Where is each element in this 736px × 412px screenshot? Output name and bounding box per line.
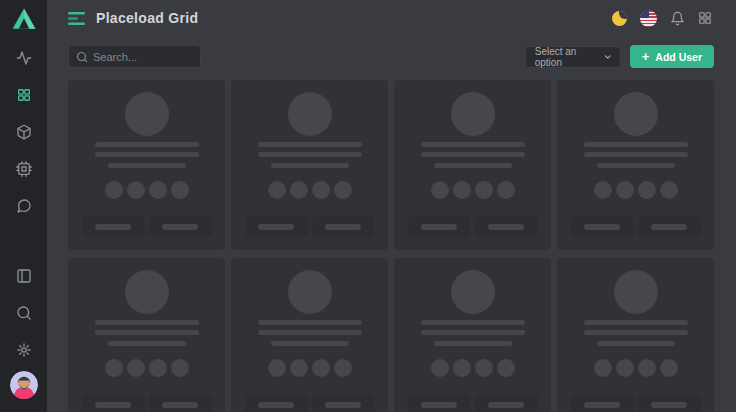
buttons-placeholder-row xyxy=(571,394,701,412)
button-line-placeholder xyxy=(488,224,524,230)
text-line-placeholder xyxy=(95,330,199,335)
search-input[interactable] xyxy=(93,51,193,63)
moon-dark-mode-icon xyxy=(612,11,627,26)
dot-placeholder xyxy=(268,359,286,377)
text-line-placeholder xyxy=(584,320,688,325)
sidebar-item-search[interactable] xyxy=(0,294,47,331)
dot-placeholder xyxy=(497,359,515,377)
dot-placeholder xyxy=(638,181,656,199)
dot-placeholder xyxy=(127,181,145,199)
button-placeholder xyxy=(312,394,375,412)
dot-placeholder xyxy=(475,181,493,199)
text-line-placeholder xyxy=(108,163,186,168)
button-line-placeholder xyxy=(258,224,294,230)
button-placeholder xyxy=(638,394,701,412)
avatar-placeholder xyxy=(614,270,658,314)
buttons-placeholder-row xyxy=(408,216,538,237)
search-box xyxy=(68,45,201,68)
text-line-placeholder xyxy=(434,341,512,346)
dot-placeholder xyxy=(660,359,678,377)
us-flag-icon xyxy=(640,10,657,27)
button-placeholder xyxy=(149,216,212,237)
placeholder-card xyxy=(68,258,225,412)
text-line-placeholder xyxy=(584,142,688,147)
user-avatar-image xyxy=(10,371,38,399)
button-line-placeholder xyxy=(258,402,294,408)
menu-toggle-button[interactable] xyxy=(68,12,85,25)
dot-placeholder xyxy=(475,359,493,377)
button-placeholder xyxy=(571,216,634,237)
apps-menu-button[interactable] xyxy=(698,11,712,25)
dots-placeholder-row xyxy=(105,359,189,377)
sidebar-item-panels[interactable] xyxy=(0,257,47,294)
button-placeholder xyxy=(312,216,375,237)
text-line-placeholder xyxy=(95,152,199,157)
dot-placeholder xyxy=(290,181,308,199)
placeholder-card xyxy=(394,80,551,250)
sidebar xyxy=(0,0,47,412)
header: Placeload Grid xyxy=(47,0,736,36)
chevron-down-icon xyxy=(603,52,613,62)
button-line-placeholder xyxy=(325,224,361,230)
grid-icon xyxy=(17,88,31,102)
dots-placeholder-row xyxy=(268,359,352,377)
language-selector[interactable] xyxy=(640,10,657,27)
button-placeholder xyxy=(638,216,701,237)
button-placeholder xyxy=(245,216,308,237)
button-line-placeholder xyxy=(162,224,198,230)
sidebar-top-nav xyxy=(0,39,47,224)
dot-placeholder xyxy=(105,359,123,377)
text-line-placeholder xyxy=(421,142,525,147)
sidebar-item-elements[interactable] xyxy=(0,150,47,187)
option-select[interactable]: Select an option xyxy=(525,46,621,68)
button-line-placeholder xyxy=(95,402,131,408)
button-line-placeholder xyxy=(584,224,620,230)
dots-placeholder-row xyxy=(594,181,678,199)
buttons-placeholder-row xyxy=(245,394,375,412)
text-line-placeholder xyxy=(421,152,525,157)
dot-placeholder xyxy=(497,181,515,199)
text-line-placeholder xyxy=(584,330,688,335)
activity-icon xyxy=(16,50,32,66)
dark-mode-toggle[interactable] xyxy=(612,11,627,26)
button-line-placeholder xyxy=(421,402,457,408)
button-placeholder xyxy=(82,216,145,237)
select-value: Select an option xyxy=(535,46,603,68)
placeholder-card xyxy=(68,80,225,250)
dot-placeholder xyxy=(453,359,471,377)
triangle-logo-icon xyxy=(11,6,37,32)
dot-placeholder xyxy=(312,359,330,377)
sidebar-item-messages[interactable] xyxy=(0,187,47,224)
app-root: Placeload Grid xyxy=(0,0,736,412)
avatar-placeholder xyxy=(288,270,332,314)
button-line-placeholder xyxy=(162,402,198,408)
sidebar-item-grid-active[interactable] xyxy=(0,76,47,113)
avatar-placeholder xyxy=(125,270,169,314)
button-placeholder xyxy=(475,216,538,237)
button-placeholder xyxy=(475,394,538,412)
package-icon xyxy=(16,124,32,140)
sidebar-item-activity[interactable] xyxy=(0,39,47,76)
apps-grid-icon xyxy=(698,11,712,25)
text-line-placeholder xyxy=(597,163,675,168)
placeholder-card xyxy=(231,258,388,412)
add-user-button[interactable]: + Add User xyxy=(630,45,714,68)
text-line-placeholder xyxy=(108,341,186,346)
dot-placeholder xyxy=(594,181,612,199)
buttons-placeholder-row xyxy=(82,394,212,412)
cards-grid xyxy=(68,80,714,412)
notifications-button[interactable] xyxy=(670,11,685,26)
sidebar-item-components[interactable] xyxy=(0,113,47,150)
bell-icon xyxy=(670,11,685,26)
button-line-placeholder xyxy=(651,402,687,408)
chat-bubble-icon xyxy=(16,198,32,214)
text-line-placeholder xyxy=(421,320,525,325)
placeholder-card xyxy=(231,80,388,250)
dots-placeholder-row xyxy=(268,181,352,199)
user-avatar-button[interactable] xyxy=(0,368,47,402)
dot-placeholder xyxy=(149,359,167,377)
app-logo[interactable] xyxy=(9,5,39,33)
buttons-placeholder-row xyxy=(408,394,538,412)
button-placeholder xyxy=(245,394,308,412)
sidebar-item-settings[interactable] xyxy=(0,331,47,368)
